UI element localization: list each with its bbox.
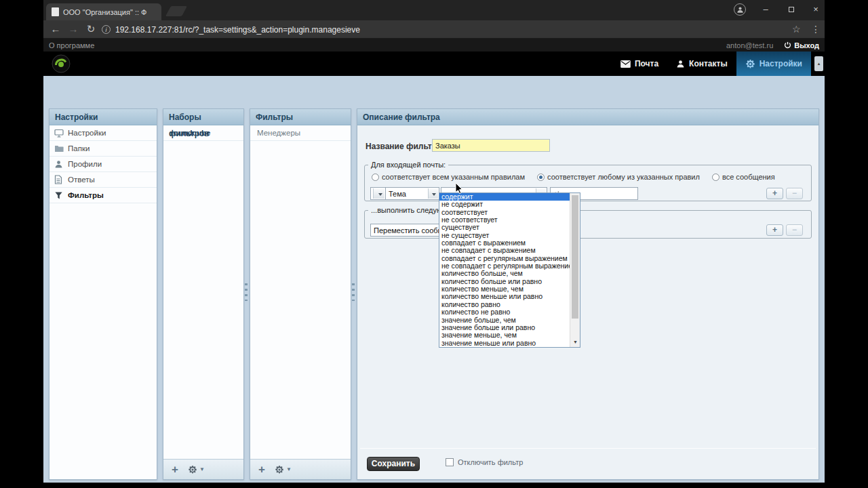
rule-field-value: Тема (389, 190, 406, 198)
operator-option[interactable]: не существует (439, 232, 570, 239)
sidebar-item-preferences[interactable]: Настройки (50, 125, 157, 141)
new-tab-button[interactable] (165, 6, 187, 16)
filter-sets-footer: + ▼ (163, 459, 243, 479)
nav-settings[interactable]: Настройки (736, 52, 811, 76)
operator-option[interactable]: не совпадает с регулярным выражением (439, 262, 570, 270)
operator-option[interactable]: соответствует (439, 209, 570, 216)
operator-option[interactable]: совпадает с выражением (439, 239, 570, 247)
site-topbar: О программе anton@test.ru Выход (43, 39, 825, 52)
add-filter-set-button[interactable]: + (172, 463, 178, 476)
filter-sets-panel: Наборы фильтров roundcube + ▼ (163, 108, 244, 480)
address-bar: ← → ↻ i 192.168.17.227:81/rc/?_task=sett… (43, 20, 825, 39)
incoming-mail-legend: Для входящей почты: (368, 161, 448, 169)
filters-panel: Фильтры Менеджеры + ▼ (250, 108, 351, 480)
mail-icon (620, 60, 631, 68)
operator-option[interactable]: количество больше или равно (439, 278, 570, 285)
maximize-button[interactable] (783, 3, 800, 16)
filter-name-input[interactable] (432, 139, 550, 152)
minimize-button[interactable]: – (757, 3, 774, 16)
bookmark-star-icon[interactable]: ☆ (792, 24, 801, 35)
operator-option[interactable]: значение меньше или равно (439, 340, 570, 347)
about-link[interactable]: О программе (49, 41, 94, 49)
disable-filter-row: Отключить фильтр (446, 458, 523, 466)
reload-icon[interactable]: ↻ (84, 23, 98, 35)
scope-option-label: соответствует любому из указанных правил (547, 173, 700, 181)
close-button[interactable]: × (807, 3, 825, 16)
remove-action-button[interactable]: − (786, 224, 803, 236)
sidebar-item-folders[interactable]: Папки (50, 141, 157, 157)
scope-option-label: соответствует всем указанным правилам (382, 173, 525, 181)
operator-option[interactable]: существует (439, 224, 570, 231)
nav-contacts-label: Контакты (689, 59, 728, 68)
browser-tab[interactable]: ООО "Организация" :: Ф (46, 3, 161, 20)
panel-splitter[interactable] (352, 283, 355, 301)
collapse-header-arrow-icon[interactable]: ▴ (814, 56, 823, 71)
radio-icon[interactable] (712, 174, 719, 181)
settings-panel-title: Настройки (50, 109, 157, 125)
back-icon[interactable]: ← (49, 23, 62, 35)
sidebar-item-filters[interactable]: Фильтры (50, 188, 157, 203)
scrollbar-thumb[interactable] (572, 195, 578, 319)
tab-favicon-icon (52, 7, 59, 16)
filter-set-actions-button[interactable]: ▼ (188, 465, 205, 474)
save-button[interactable]: Сохранить (367, 457, 420, 471)
filter-set-label: roundcube (168, 129, 210, 137)
sidebar-item-label: Профили (68, 160, 102, 168)
operator-option[interactable]: не совпадает с выражением (439, 247, 570, 254)
panel-splitter[interactable] (245, 283, 248, 301)
operator-option[interactable]: количество равно (439, 301, 570, 308)
caret-down-icon: ▼ (286, 466, 292, 472)
add-action-button[interactable]: + (766, 224, 783, 236)
logout-button[interactable]: Выход (784, 41, 819, 49)
rule-toggle-select[interactable] (370, 187, 386, 200)
roundcube-logo[interactable] (52, 54, 71, 73)
operator-option[interactable]: количество больше, чем (439, 270, 570, 277)
mouse-cursor (455, 182, 463, 197)
topbar-right: anton@test.ru Выход (726, 39, 819, 52)
scope-option-any-rule[interactable]: соответствует любому из указанных правил (537, 173, 700, 181)
sidebar-item-responses[interactable]: Ответы (50, 172, 157, 188)
dropdown-scrollbar[interactable]: ▼ (570, 193, 580, 347)
scope-radio-group: соответствует всем указанным правилам со… (372, 173, 775, 181)
gear-icon (188, 465, 197, 474)
operator-option[interactable]: количество не равно (439, 308, 570, 316)
scope-option-label: все сообщения (722, 173, 775, 181)
operator-option[interactable]: не соответствует (439, 216, 570, 224)
scroll-down-arrow-icon[interactable]: ▼ (570, 337, 580, 347)
caret-down-icon: ▼ (199, 466, 205, 472)
filter-item-label: Менеджеры (255, 129, 300, 137)
forward-icon[interactable]: → (66, 23, 80, 35)
scope-option-all-messages[interactable]: все сообщения (712, 173, 775, 181)
folder-icon (54, 144, 64, 153)
person-icon (736, 6, 744, 14)
nav-contacts[interactable]: Контакты (667, 52, 736, 76)
info-icon[interactable]: i (102, 25, 111, 34)
operator-option[interactable]: значение больше, чем (439, 317, 570, 324)
tab-strip: ООО "Организация" :: Ф – × (43, 0, 825, 20)
filter-item[interactable]: Менеджеры (250, 125, 351, 141)
browser-window: ООО "Организация" :: Ф – × ← → ↻ i 192.1… (43, 0, 825, 483)
sidebar-item-label: Настройки (68, 129, 106, 137)
add-filter-button[interactable]: + (258, 463, 265, 476)
remove-rule-button[interactable]: − (786, 188, 803, 199)
actions-fieldset: ...выполнить следующие действия Перемест… (364, 206, 812, 239)
sidebar-item-identities[interactable]: Профили (50, 157, 157, 172)
add-rule-button[interactable]: + (766, 188, 783, 199)
profile-avatar-icon[interactable] (734, 3, 746, 16)
menu-dots-icon[interactable]: ⋮ (811, 24, 821, 35)
operator-option[interactable]: количество меньше или равно (439, 293, 570, 300)
rule-field-select[interactable]: Тема (385, 187, 439, 200)
disable-filter-checkbox[interactable] (446, 458, 454, 466)
operator-option[interactable]: совпадает с регулярным выражением (439, 255, 570, 262)
url-text[interactable]: 192.168.17.227:81/rc/?_task=settings&_ac… (115, 25, 360, 35)
scope-option-all-rules[interactable]: соответствует всем указанным правилам (372, 173, 525, 181)
operator-option[interactable]: количество меньше, чем (439, 285, 570, 293)
operator-option[interactable]: не содержит (439, 201, 570, 208)
operator-option[interactable]: значение больше или равно (439, 324, 570, 331)
radio-checked-icon[interactable] (537, 174, 545, 181)
nav-mail[interactable]: Почта (612, 52, 667, 76)
radio-icon[interactable] (372, 174, 379, 181)
gear-icon (275, 465, 284, 474)
operator-option[interactable]: значение меньше, чем (439, 331, 570, 339)
filter-actions-button[interactable]: ▼ (275, 465, 292, 474)
